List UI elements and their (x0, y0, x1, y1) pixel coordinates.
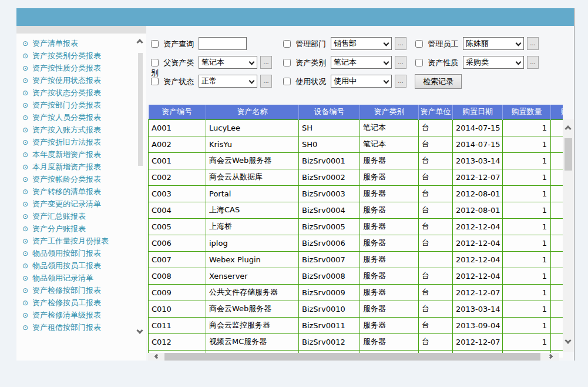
parent-category-select[interactable]: 笔记本 (199, 56, 257, 69)
usage-status-select[interactable]: 使用中 (331, 75, 392, 88)
asset-status-select[interactable]: 正常 (199, 75, 257, 88)
sidebar-item[interactable]: ⊙资产按部门分类报表 (22, 99, 146, 111)
scroll-down-icon[interactable] (136, 327, 143, 333)
sidebar-header-strip (16, 26, 146, 34)
table-cell (551, 152, 563, 169)
sidebar-item-label: 资产按人员分类报表 (32, 113, 101, 122)
sidebar-item[interactable]: ⊙物品领用按部门报表 (22, 247, 146, 259)
sidebar-item[interactable]: ⊙资产按状态分类报表 (22, 86, 146, 99)
column-header: 资产类别 (360, 105, 419, 119)
asset-category-select[interactable]: 笔记本 (331, 56, 392, 69)
sidebar-item-label: 资产汇总账报表 (32, 212, 86, 221)
table-row[interactable]: C006iplogBizSrv0006服务器台2012-12-041 (149, 235, 563, 251)
asset-category-checkbox[interactable] (283, 59, 291, 66)
asset-query-input[interactable] (199, 37, 247, 50)
table-horizontal-scrollbar[interactable] (148, 353, 559, 361)
table-row[interactable]: A001LucyLeeSH笔记本台2014-07-151 (149, 119, 563, 136)
table-row[interactable]: A002KrisYuSH0笔记本台2014-07-151 (149, 136, 563, 152)
sidebar-item[interactable]: ⊙资产租借按部门报表 (22, 321, 146, 333)
sidebar: ⊙资产清单报表⊙资产按类别分类报表⊙资产按性质分类报表⊙资产按使用状态报表⊙资产… (16, 26, 146, 361)
table-cell: 2012-12-04 (453, 251, 503, 268)
sidebar-item[interactable]: ⊙资产汇总账报表 (22, 210, 146, 222)
table-row[interactable]: C009公共文件存储服务器BizSrv0009服务器台2012-12-071 (149, 284, 563, 301)
scroll-right-icon[interactable] (548, 354, 553, 359)
table-cell (551, 169, 563, 185)
manage-dept-select[interactable]: 销售部 (331, 37, 392, 50)
filter-usage-status: 使用状况 (283, 76, 330, 86)
table-header-row: 资产编号资产名称设备编号资产类别资产单位购置日期购置数量购置 (149, 105, 563, 119)
table-cell: 2012-08-01 (453, 185, 503, 202)
sidebar-item-label: 资产分户账报表 (32, 224, 86, 233)
scroll-left-icon[interactable] (154, 354, 159, 359)
table-vscroll-thumb[interactable] (565, 138, 572, 171)
asset-nature-more-button[interactable]: ... (527, 56, 539, 69)
parent-category-checkbox[interactable] (151, 59, 159, 66)
sidebar-item[interactable]: ⊙资产按使用状态报表 (22, 74, 146, 86)
table-vertical-scrollbar[interactable] (563, 119, 574, 352)
sidebar-item[interactable]: ⊙资产变更的记录清单 (22, 198, 146, 210)
sidebar-item[interactable]: ⊙资产按类别分类报表 (22, 49, 146, 62)
sidebar-item[interactable]: ⊙资产检修按部门报表 (22, 284, 146, 296)
sidebar-item[interactable]: ⊙资产转移的清单报表 (22, 185, 146, 198)
sidebar-item[interactable]: ⊙资产清单报表 (22, 37, 146, 49)
filter-asset-query: 资产查询 (151, 39, 198, 49)
sidebar-item[interactable]: ⊙资产分户账报表 (22, 222, 146, 235)
sidebar-item[interactable]: ⊙物品领用记录清单 (22, 272, 146, 284)
manage-staff-checkbox[interactable] (415, 40, 423, 48)
sidebar-item[interactable]: ⊙资产按入账方式报表 (22, 124, 146, 136)
table-row[interactable]: C008XenserverBizSrv0008服务器台2012-12-041 (149, 268, 563, 284)
sidebar-item[interactable]: ⊙资产按折旧方法报表 (22, 136, 146, 148)
table-row[interactable]: C002商会云从数据库BizSrv0002服务器台2012-12-071 (149, 169, 563, 185)
sidebar-scrollbar[interactable] (135, 34, 146, 355)
asset-nature-select[interactable]: 采购类 (463, 56, 524, 69)
manage-dept-more-button[interactable]: ... (395, 37, 406, 50)
asset-query-label: 资产查询 (163, 39, 194, 48)
usage-status-more-button[interactable]: ... (395, 75, 406, 88)
manage-staff-select[interactable]: 陈姝丽 (463, 37, 524, 50)
sidebar-item[interactable]: ⊙资产工作量按月份报表 (22, 235, 146, 247)
sidebar-item[interactable]: ⊙资产按帐龄分类报表 (22, 173, 146, 185)
report-bullet-icon: ⊙ (22, 161, 32, 173)
table-cell: 2013-03-14 (453, 301, 503, 317)
sidebar-item[interactable]: ⊙物品领用按员工报表 (22, 259, 146, 272)
asset-query-checkbox[interactable] (151, 40, 159, 48)
table-cell: 1 (503, 317, 551, 333)
manage-dept-checkbox[interactable] (283, 40, 291, 48)
sidebar-item[interactable]: ⊙本年度新增资产报表 (22, 148, 146, 161)
table-hscroll-thumb[interactable] (164, 353, 540, 361)
sidebar-item[interactable]: ⊙资产按性质分类报表 (22, 62, 146, 74)
scroll-down-icon[interactable] (565, 337, 571, 343)
sidebar-scrollbar-thumb[interactable] (138, 53, 143, 166)
table-row[interactable]: C004上海CASBizSrv0004服务器台2012-08-011 (149, 202, 563, 218)
scroll-up-icon[interactable] (136, 39, 143, 45)
sidebar-item[interactable]: ⊙资产按人员分类报表 (22, 111, 146, 124)
table-row[interactable]: C005上海桥BizSrv0005服务器台2012-12-041 (149, 218, 563, 235)
report-bullet-icon: ⊙ (22, 260, 32, 272)
table-cell: 公共文件存储服务器 (206, 284, 299, 301)
table-row[interactable]: C010商会云Web服务器BizSrv0010服务器台2013-03-141 (149, 301, 563, 317)
table-row[interactable]: C007Webex PluginBizSrv0007服务器2012-12-041 (149, 251, 563, 268)
scroll-up-icon[interactable] (565, 125, 571, 132)
asset-category-more-button[interactable]: ... (395, 56, 406, 69)
table-row[interactable]: C011商会云监控服务器BizSrv0011服务器台2013-09-041 (149, 317, 563, 333)
table-cell: KrisYu (206, 136, 299, 152)
sidebar-item-label: 资产按部门分类报表 (32, 101, 101, 109)
table-cell: 服务器 (360, 202, 419, 218)
asset-status-more-button[interactable]: ... (260, 75, 272, 88)
usage-status-checkbox[interactable] (283, 78, 291, 85)
asset-status-checkbox[interactable] (151, 78, 159, 85)
table-cell: 商会云从数据库 (206, 169, 299, 185)
table-cell: 1 (503, 152, 551, 169)
table-row[interactable]: C012视频云MC服务器BizSrv0012服务器台2012-12-071 (149, 333, 563, 350)
sidebar-item-label: 本月度新增资产报表 (32, 162, 101, 171)
search-records-button[interactable]: 检索记录 (415, 74, 462, 89)
sidebar-item[interactable]: ⊙本月度新增资产报表 (22, 161, 146, 173)
table-cell: BizSrv0009 (299, 284, 360, 301)
sidebar-item[interactable]: ⊙资产检修清单级报表 (22, 309, 146, 321)
asset-nature-checkbox[interactable] (415, 59, 423, 66)
manage-staff-more-button[interactable]: ... (527, 37, 539, 50)
parent-category-more-button[interactable]: ... (260, 56, 272, 69)
table-row[interactable]: C001商会云Web服务器BizSrv0001服务器台2013-03-141 (149, 152, 563, 169)
sidebar-item[interactable]: ⊙资产检修按员工报表 (22, 296, 146, 309)
table-row[interactable]: C003PortalBizSrv0003服务器台2012-08-011 (149, 185, 563, 202)
